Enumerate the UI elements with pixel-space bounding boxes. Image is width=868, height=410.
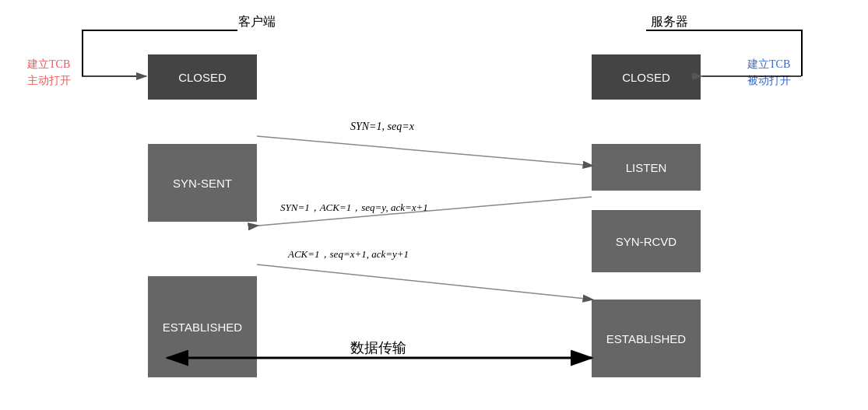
svg-line-4 <box>257 136 593 166</box>
client-annotation: 建立TCB 主动打开 <box>27 56 71 89</box>
server-annotation: 建立TCB 被动打开 <box>747 56 791 89</box>
server-closed-box: CLOSED <box>592 54 701 100</box>
arrow2-label: SYN=1，ACK=1，seq=y, ack=x+1 <box>280 201 428 215</box>
server-listen-box: LISTEN <box>592 144 701 191</box>
server-label: 服务器 <box>651 15 688 28</box>
diagram-container: 客户端 服务器 建立TCB 主动打开 建立TCB 被动打开 CLOSED SYN… <box>0 0 868 410</box>
client-syn-sent-box: SYN-SENT <box>148 144 257 222</box>
arrow3-label: ACK=1，seq=x+1, ack=y+1 <box>288 247 409 261</box>
svg-line-6 <box>257 265 593 300</box>
arrow1-label: SYN=1, seq=x <box>350 121 414 133</box>
server-syn-rcvd-box: SYN-RCVD <box>592 210 701 272</box>
client-closed-box: CLOSED <box>148 54 257 100</box>
data-transfer-label: 数据传输 <box>350 338 406 357</box>
client-established-box: ESTABLISHED <box>148 276 257 377</box>
server-established-box: ESTABLISHED <box>592 300 701 377</box>
arrows-svg <box>0 0 868 410</box>
client-label: 客户端 <box>238 15 276 28</box>
